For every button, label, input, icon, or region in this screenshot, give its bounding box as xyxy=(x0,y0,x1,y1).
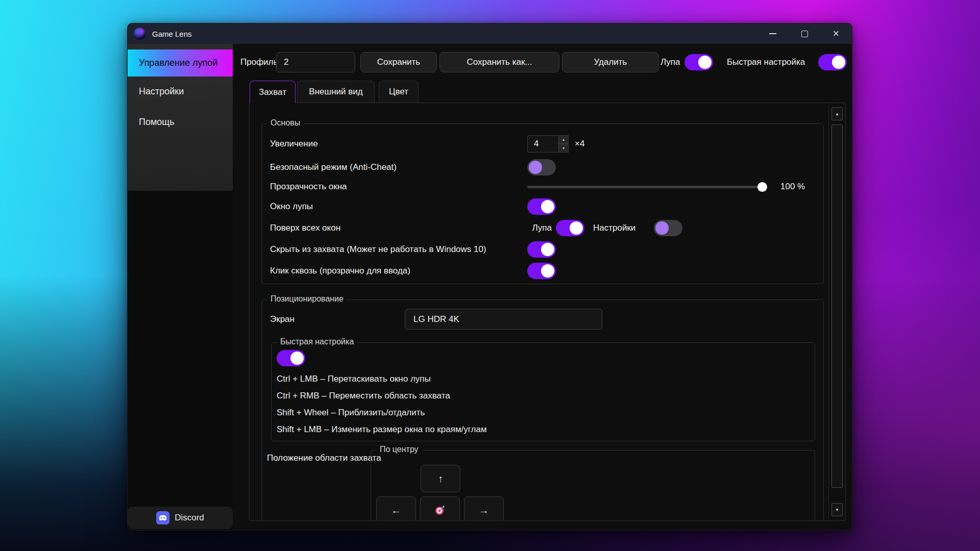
zoom-controls: 4 ▲ ▼ ×4 xyxy=(527,135,584,153)
tab-capture[interactable]: Захват xyxy=(250,81,296,103)
basics-group: Основы Увеличение 4 ▲ ▼ ×4 Безопасный ре… xyxy=(261,123,824,284)
toggle-knob xyxy=(832,56,845,69)
minimize-button[interactable] xyxy=(757,23,789,44)
scroll-down-button[interactable]: ▼ xyxy=(831,503,843,516)
move-up-button[interactable]: ↑ xyxy=(421,465,460,492)
capture-tab-page: Основы Увеличение 4 ▲ ▼ ×4 Безопасный ре… xyxy=(249,103,846,521)
anticheat-toggle[interactable] xyxy=(527,159,556,176)
lens-toggle[interactable] xyxy=(684,54,713,70)
sidebar-item-label: Управление лупой xyxy=(139,58,217,68)
toggle-knob xyxy=(529,161,542,174)
vertical-scrollbar[interactable]: ▲ ▼ xyxy=(828,103,845,520)
sidebar: Управление лупой Настройки Помощь Discor… xyxy=(128,44,233,530)
move-right-button[interactable]: → xyxy=(464,496,504,521)
toggle-knob xyxy=(541,264,554,278)
opacity-value: 100 % xyxy=(780,182,805,192)
arrow-left-icon: ← xyxy=(391,505,401,516)
toggle-knob xyxy=(570,221,583,235)
lens-window-toggle[interactable] xyxy=(527,198,556,215)
lens-toggle-label: Лупа xyxy=(660,52,680,73)
main-content: Профиль: Сохранить Сохранить как... Удал… xyxy=(233,44,852,530)
game-lens-window: Game Lens × Управление лупой Настройки П… xyxy=(127,23,852,531)
positioning-legend: Позиционирование xyxy=(267,294,347,304)
topmost-settings-toggle[interactable] xyxy=(654,220,682,236)
app-icon xyxy=(134,28,146,40)
quick-setup-group: Быстрая настройка Ctrl + LMB – Перетаски… xyxy=(271,342,815,441)
quick-setup-group-toggle[interactable] xyxy=(277,350,305,366)
screen-label: Экран xyxy=(270,309,295,330)
topmost-lens-toggle[interactable] xyxy=(556,220,584,236)
toggle-knob xyxy=(290,352,304,365)
hide-capture-label: Скрыть из захвата (Может не работать в W… xyxy=(270,244,486,255)
positioning-group: Позиционирование Экран LG HDR 4K Быстрая… xyxy=(261,299,824,521)
toggle-knob xyxy=(698,56,712,69)
toggle-knob xyxy=(655,221,669,235)
click-through-row: Клик сквозь (прозрачно для ввода) xyxy=(270,261,815,281)
topmost-lens-label: Лупа xyxy=(525,223,552,233)
click-through-toggle[interactable] xyxy=(527,263,556,279)
titlebar: Game Lens × xyxy=(128,23,852,44)
sidebar-item-help[interactable]: Помощь xyxy=(128,109,233,136)
click-through-label: Клик сквозь (прозрачно для ввода) xyxy=(270,266,410,276)
minimize-icon xyxy=(769,33,776,34)
close-icon: × xyxy=(833,28,840,39)
anticheat-label: Безопасный режим (Anti-Cheat) xyxy=(270,162,397,172)
profile-input[interactable] xyxy=(276,52,355,72)
save-as-button[interactable]: Сохранить как... xyxy=(439,52,559,72)
opacity-row: Прозрачность окна 100 % xyxy=(270,177,815,196)
slider-thumb[interactable] xyxy=(757,182,767,192)
screen-select[interactable]: LG HDR 4K xyxy=(405,309,602,330)
scroll-up-button[interactable]: ▲ xyxy=(831,107,843,120)
discord-icon xyxy=(156,511,169,524)
spin-up-button[interactable]: ▲ xyxy=(559,135,569,144)
save-button[interactable]: Сохранить xyxy=(360,52,437,72)
target-icon xyxy=(435,505,445,515)
hotkey-hints: Ctrl + LMB – Перетаскивать окно лупы Ctr… xyxy=(277,370,487,438)
hide-capture-row: Скрыть из захвата (Может не работать в W… xyxy=(270,240,815,259)
scroll-thumb[interactable] xyxy=(831,124,843,488)
zoom-row: Увеличение 4 ▲ ▼ ×4 xyxy=(270,134,815,154)
profile-toolbar: Профиль: Сохранить Сохранить как... Удал… xyxy=(233,52,852,73)
hint-line: Shift + LMB – Изменить размер окна по кр… xyxy=(277,421,487,438)
toggle-knob xyxy=(541,200,554,213)
sidebar-item-settings[interactable]: Настройки xyxy=(128,78,233,105)
maximize-icon xyxy=(801,31,808,37)
zoom-value-input[interactable]: 4 xyxy=(527,135,559,153)
delete-button[interactable]: Удалить xyxy=(562,52,659,72)
topmost-label: Поверх всех окон xyxy=(270,223,340,233)
lens-window-label: Окно лупы xyxy=(270,202,313,212)
sidebar-item-magnifier-control[interactable]: Управление лупой xyxy=(128,49,233,77)
lens-window-row: Окно лупы xyxy=(270,197,815,216)
quick-setup-toggle-label: Быстрая настройка xyxy=(727,52,805,73)
topmost-settings-label: Настройки xyxy=(593,223,635,233)
move-left-button[interactable]: ← xyxy=(376,496,416,521)
discord-label: Discord xyxy=(175,513,204,523)
maximize-button[interactable] xyxy=(789,23,820,44)
quick-setup-toggle[interactable] xyxy=(818,54,847,70)
anticheat-row: Безопасный режим (Anti-Cheat) xyxy=(270,158,815,177)
discord-button[interactable]: Discord xyxy=(128,507,233,529)
sidebar-item-label: Настройки xyxy=(139,86,184,97)
spin-down-button[interactable]: ▼ xyxy=(559,144,569,153)
hint-line: Ctrl + RMB – Переместить область захвата xyxy=(277,387,487,404)
caption-buttons: × xyxy=(757,23,852,44)
center-legend: По центру xyxy=(376,445,422,454)
opacity-slider[interactable] xyxy=(527,177,767,196)
center-target-button[interactable] xyxy=(420,496,460,521)
arrow-up-icon: ↑ xyxy=(438,473,443,485)
profile-label: Профиль: xyxy=(240,52,280,73)
zoom-multiplier: ×4 xyxy=(575,139,584,149)
slider-track xyxy=(527,186,767,188)
zoom-label: Увеличение xyxy=(270,139,318,149)
center-group: По центру ↑ ← xyxy=(371,450,815,521)
window-title: Game Lens xyxy=(152,30,192,38)
arrow-right-icon: → xyxy=(479,505,489,516)
region-position-label: Положение области захвата xyxy=(267,453,381,463)
opacity-label: Прозрачность окна xyxy=(270,182,347,192)
close-button[interactable]: × xyxy=(820,23,852,44)
hide-capture-toggle[interactable] xyxy=(527,241,556,258)
tab-color[interactable]: Цвет xyxy=(379,81,419,103)
toggle-knob xyxy=(541,243,554,256)
zoom-spinner: ▲ ▼ xyxy=(559,135,569,153)
tab-appearance[interactable]: Внешний вид xyxy=(297,81,375,103)
